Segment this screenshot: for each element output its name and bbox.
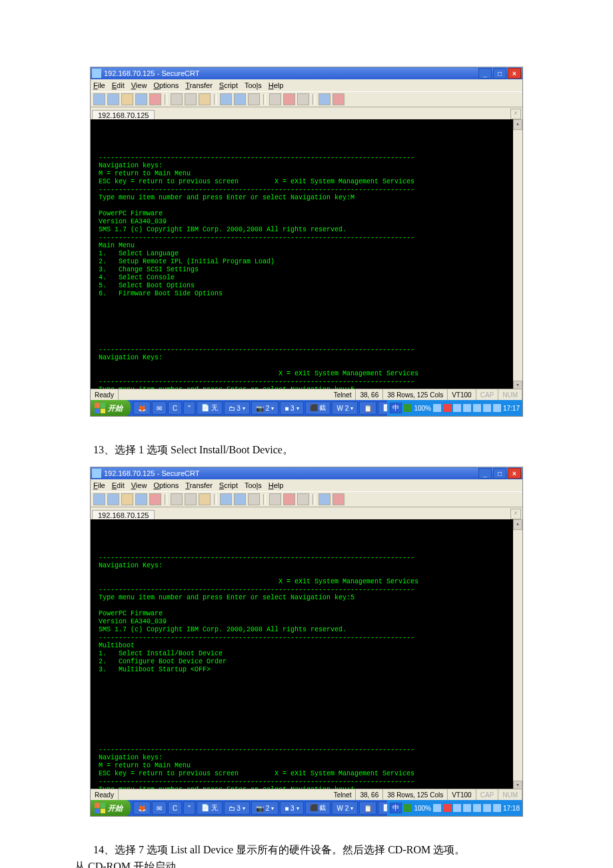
toolbar-button[interactable]: [234, 93, 246, 105]
task-button[interactable]: C: [168, 401, 182, 415]
menu-edit[interactable]: Edit: [112, 81, 125, 89]
tray-icon[interactable]: [404, 804, 412, 812]
toolbar-button[interactable]: [107, 93, 119, 105]
tray-icon[interactable]: [473, 404, 481, 412]
menu-view[interactable]: View: [131, 481, 147, 489]
tray-icon[interactable]: [453, 804, 461, 812]
tray-icon[interactable]: [453, 404, 461, 412]
menu-edit[interactable]: Edit: [112, 481, 125, 489]
toolbar-button[interactable]: [234, 493, 246, 505]
menu-transfer[interactable]: Transfer: [185, 481, 213, 489]
menu-options[interactable]: Options: [153, 81, 179, 89]
scrollbar[interactable]: ▴▾: [513, 119, 522, 389]
tray-icon[interactable]: [493, 804, 501, 812]
toolbar-button[interactable]: [185, 93, 197, 105]
task-button[interactable]: W 2 ▾: [332, 801, 358, 815]
language-indicator[interactable]: 中: [390, 803, 402, 813]
task-button[interactable]: 📄 未: [378, 801, 387, 815]
menu-transfer[interactable]: Transfer: [185, 81, 213, 89]
toolbar-button[interactable]: [121, 493, 133, 505]
maximize-button[interactable]: □: [493, 468, 506, 479]
tab-close-button[interactable]: ×: [510, 109, 521, 119]
toolbar-button[interactable]: [135, 93, 147, 105]
task-button[interactable]: 🗀 3 ▾: [224, 801, 250, 815]
menu-file[interactable]: File: [93, 481, 105, 489]
terminal[interactable]: ----------------------------------------…: [91, 519, 522, 789]
task-button[interactable]: ": [183, 401, 195, 415]
task-button[interactable]: 📄 未: [378, 401, 387, 415]
start-button[interactable]: 开始: [91, 400, 131, 416]
task-button[interactable]: 📷 2 ▾: [251, 401, 279, 415]
task-button[interactable]: ■ 3 ▾: [280, 401, 303, 415]
tray-icon[interactable]: [433, 404, 441, 412]
minimize-button[interactable]: _: [478, 68, 492, 79]
menu-tools[interactable]: Tools: [245, 81, 262, 89]
menu-help[interactable]: Help: [269, 81, 284, 89]
tray-icon[interactable]: [473, 804, 481, 812]
task-button[interactable]: ■ 3 ▾: [280, 801, 303, 815]
menu-file[interactable]: File: [93, 81, 105, 89]
toolbar-button[interactable]: [283, 93, 295, 105]
toolbar-button[interactable]: [149, 493, 161, 505]
tab-close-button[interactable]: ×: [510, 509, 521, 519]
tray-icon[interactable]: [463, 804, 471, 812]
task-button[interactable]: W 2 ▾: [332, 401, 358, 415]
toolbar-button[interactable]: [269, 493, 281, 505]
toolbar-button[interactable]: [248, 493, 260, 505]
minimize-button[interactable]: _: [478, 468, 492, 479]
toolbar-button[interactable]: [93, 493, 105, 505]
toolbar-button[interactable]: [318, 493, 330, 505]
session-tab[interactable]: 192.168.70.125: [92, 110, 155, 120]
task-button[interactable]: 📷 2 ▾: [251, 801, 279, 815]
close-button[interactable]: ×: [508, 68, 521, 79]
tray-icon[interactable]: [443, 404, 451, 412]
task-button[interactable]: ⬛ 截: [305, 801, 331, 815]
task-button[interactable]: 🦊: [133, 801, 151, 815]
toolbar-button[interactable]: [332, 493, 344, 505]
toolbar-button[interactable]: [121, 93, 133, 105]
tray-icon[interactable]: [433, 804, 441, 812]
scrollbar[interactable]: ▴▾: [513, 519, 522, 789]
tray-icon[interactable]: [493, 404, 501, 412]
tray-icon[interactable]: [463, 404, 471, 412]
task-button[interactable]: 📄 无: [197, 801, 223, 815]
toolbar-button[interactable]: [283, 493, 295, 505]
toolbar-button[interactable]: [318, 93, 330, 105]
close-button[interactable]: ×: [508, 468, 521, 479]
tray-icon[interactable]: [483, 804, 491, 812]
toolbar-button[interactable]: [93, 93, 105, 105]
toolbar-button[interactable]: [107, 493, 119, 505]
menu-options[interactable]: Options: [153, 481, 179, 489]
task-button[interactable]: C: [168, 801, 182, 815]
scroll-down[interactable]: ▾: [513, 781, 522, 789]
toolbar-button[interactable]: [269, 93, 281, 105]
toolbar-button[interactable]: [199, 493, 211, 505]
task-button[interactable]: 🗀 3 ▾: [224, 401, 250, 415]
toolbar-button[interactable]: [332, 93, 344, 105]
task-button[interactable]: ⬛ 截: [305, 401, 331, 415]
task-button[interactable]: 🦊: [133, 401, 151, 415]
toolbar-button[interactable]: [297, 493, 309, 505]
task-button[interactable]: ✉: [152, 401, 167, 415]
task-button[interactable]: 📄 无: [197, 401, 223, 415]
maximize-button[interactable]: □: [493, 68, 506, 79]
toolbar-button[interactable]: [297, 93, 309, 105]
scroll-up[interactable]: ▴: [513, 119, 522, 130]
toolbar-button[interactable]: [248, 93, 260, 105]
language-indicator[interactable]: 中: [390, 403, 402, 413]
tray-icon[interactable]: [483, 404, 491, 412]
task-button[interactable]: 📋: [359, 401, 376, 415]
task-button[interactable]: 📋: [359, 801, 376, 815]
tray-icon[interactable]: [404, 404, 412, 412]
toolbar-button[interactable]: [220, 93, 232, 105]
session-tab[interactable]: 192.168.70.125: [92, 510, 155, 520]
start-button[interactable]: 开始: [91, 800, 131, 816]
task-button[interactable]: ": [183, 801, 195, 815]
tray-icon[interactable]: [443, 804, 451, 812]
scroll-down[interactable]: ▾: [513, 381, 522, 389]
scroll-up[interactable]: ▴: [513, 519, 522, 530]
toolbar-button[interactable]: [220, 493, 232, 505]
menu-script[interactable]: Script: [219, 81, 238, 89]
menu-view[interactable]: View: [131, 81, 147, 89]
menu-help[interactable]: Help: [269, 481, 284, 489]
